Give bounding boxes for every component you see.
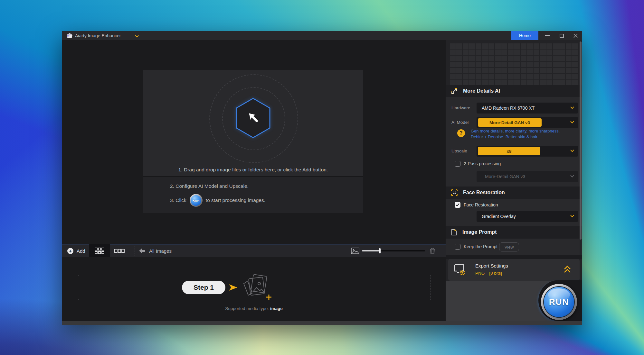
add-photos-icon	[241, 274, 272, 301]
instruction-box: 2. Configure AI Model and Upscale. 3. Cl…	[143, 176, 363, 213]
instruction-line-3: 3. Click RUN to start processing images.	[170, 193, 265, 208]
two-pass-checkbox[interactable]	[455, 161, 460, 167]
strip-view-active-underline	[113, 255, 126, 255]
supported-label: Supported media type:	[225, 306, 269, 311]
chevron-down-icon	[570, 121, 574, 123]
chevron-down-icon	[570, 150, 574, 152]
panel-scrollbar-thumb[interactable]	[580, 41, 582, 240]
export-settings-value: PNG [8 bits]	[475, 271, 502, 276]
toolbar-divider	[135, 246, 135, 256]
run-button[interactable]: RUN	[541, 284, 577, 320]
hardware-select[interactable]: AMD Radeon RX 6700 XT	[477, 103, 578, 114]
minimize-button[interactable]	[542, 31, 553, 40]
export-settings-icon	[453, 263, 468, 276]
check-icon	[456, 203, 459, 206]
app-logo-icon	[66, 33, 73, 39]
settings-panel: More Details AI Hardware AMD Radeon RX 6…	[446, 40, 582, 321]
maximize-button[interactable]	[556, 31, 567, 40]
supported-value: image	[270, 306, 283, 311]
more-details-title: More Details AI	[463, 88, 500, 94]
section-more-details: More Details AI	[446, 85, 582, 97]
face-restoration-checkbox[interactable]	[455, 202, 460, 208]
filter-label: All Images	[149, 248, 172, 254]
ai-settings-card: Hardware AMD Radeon RX 6700 XT AI Model …	[446, 97, 582, 187]
upscale-value: x8	[478, 147, 540, 155]
title-bar: Aiarty Image Enhancer Home	[62, 31, 582, 40]
close-icon	[573, 34, 578, 38]
section-face-restoration: Face Restoration	[446, 187, 582, 199]
preview-checkerboard	[449, 43, 579, 85]
slider-fill	[362, 250, 380, 251]
two-pass-model-select[interactable]: More-Detail GAN v3	[477, 171, 578, 182]
panel-scrollbar[interactable]	[580, 40, 582, 255]
minimize-icon	[545, 35, 550, 36]
hardware-value: AMD Radeon RX 6700 XT	[482, 103, 535, 114]
run-badge-label: RUN	[191, 195, 201, 206]
home-button[interactable]: Home	[511, 31, 538, 40]
hardware-label: Hardware	[451, 103, 470, 114]
browse-area: Step 1 Supported media type: image	[62, 257, 446, 321]
add-label: Add	[77, 248, 85, 254]
face-restoration-checkbox-label: Face Restoration	[464, 201, 498, 209]
thumbnail-size-icon	[351, 248, 359, 254]
drop-hexagon-icon[interactable]	[235, 97, 271, 139]
ai-model-label: AI Model	[451, 117, 469, 128]
upscale-select[interactable]: x8	[477, 146, 578, 157]
title-chevron-down-icon[interactable]	[135, 35, 139, 37]
bottom-toolbar: + Add	[62, 244, 446, 257]
image-prompt-title: Image Prompt	[462, 229, 497, 235]
collapse-chevron-icon[interactable]	[564, 265, 571, 274]
more-details-icon	[451, 87, 458, 95]
export-bits: [8 bits]	[489, 271, 502, 276]
strip-view-icon	[114, 249, 125, 253]
export-format: PNG	[475, 271, 485, 276]
face-restoration-title: Face Restoration	[463, 190, 505, 196]
instruction-line-2: 2. Configure AI Model and Upscale.	[170, 183, 249, 189]
help-icon[interactable]: ?	[457, 129, 465, 137]
drop-zone[interactable]: 1. Drag and drop image files or folders …	[143, 70, 363, 176]
instruction-line-1: 1. Drag and drop image files or folders …	[143, 167, 363, 173]
window-bottom-strip	[62, 321, 582, 325]
run-button-label: RUN	[549, 297, 569, 307]
face-mode-select[interactable]: Gradient Overlay	[477, 211, 578, 222]
keep-prompt-label: Keep the Prompt	[464, 243, 497, 250]
add-plus-icon: +	[67, 248, 73, 254]
panel-gap	[446, 255, 582, 259]
all-images-filter[interactable]: All Images	[139, 244, 172, 257]
model-description-line-1: Gen more details, more clarity, more sha…	[471, 129, 560, 133]
step-pill: Step 1	[182, 281, 225, 294]
image-prompt-card: Keep the Prompt View	[446, 239, 582, 255]
grid-view-icon	[95, 248, 104, 254]
face-restoration-card: Face Restoration Gradient Overlay	[446, 199, 582, 226]
trash-icon[interactable]	[429, 247, 436, 254]
model-description-line-2: Deblur + Denoise. Better skin & hair.	[471, 134, 538, 139]
back-arrow-icon	[139, 248, 145, 253]
window-title: Aiarty Image Enhancer	[75, 31, 121, 40]
chevron-down-icon	[570, 215, 574, 217]
image-prompt-icon	[451, 229, 457, 236]
thumbnail-size-slider[interactable]	[362, 250, 425, 251]
upscale-label: Upscale	[451, 146, 467, 157]
run-badge-icon: RUN	[190, 194, 203, 207]
two-pass-label: 2-Pass processing	[464, 160, 501, 168]
keep-prompt-checkbox[interactable]	[455, 244, 460, 250]
run-button-face: RUN	[543, 286, 575, 318]
chevron-down-icon	[570, 175, 574, 178]
add-button[interactable]: + Add	[65, 244, 88, 257]
ai-model-select[interactable]: More-Detail GAN v3	[477, 117, 578, 128]
export-settings-title: Export Settings	[475, 263, 508, 269]
supported-media-note: Supported media type: image	[62, 306, 446, 311]
strip-view-tab[interactable]	[112, 244, 127, 257]
close-button[interactable]	[570, 31, 581, 40]
slider-thumb[interactable]	[379, 248, 381, 253]
section-image-prompt: Image Prompt	[446, 226, 582, 239]
chevron-down-icon	[570, 106, 574, 109]
face-restoration-icon	[451, 189, 458, 196]
view-button[interactable]: View	[499, 242, 519, 251]
ai-model-value: More-Detail GAN v3	[478, 118, 542, 127]
maximize-icon	[560, 34, 564, 38]
app-window: Aiarty Image Enhancer Home	[62, 31, 582, 325]
export-settings-card[interactable]: Export Settings PNG [8 bits]	[448, 259, 580, 281]
instruction-line-3-prefix: 3. Click	[170, 197, 186, 203]
two-pass-model-value: More-Detail GAN v3	[485, 171, 525, 182]
